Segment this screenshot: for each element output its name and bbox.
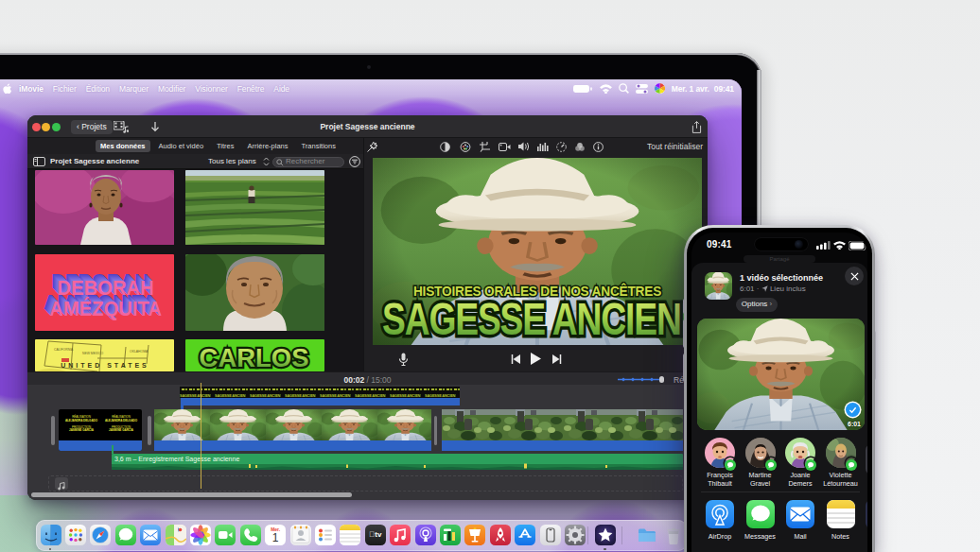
svg-text:SAGESSE ANCIENNE: SAGESSE ANCIENNE xyxy=(382,297,702,340)
svg-text:CARLOS: CARLOS xyxy=(200,343,309,371)
svg-text:AMÉZQUITA: AMÉZQUITA xyxy=(49,296,162,320)
